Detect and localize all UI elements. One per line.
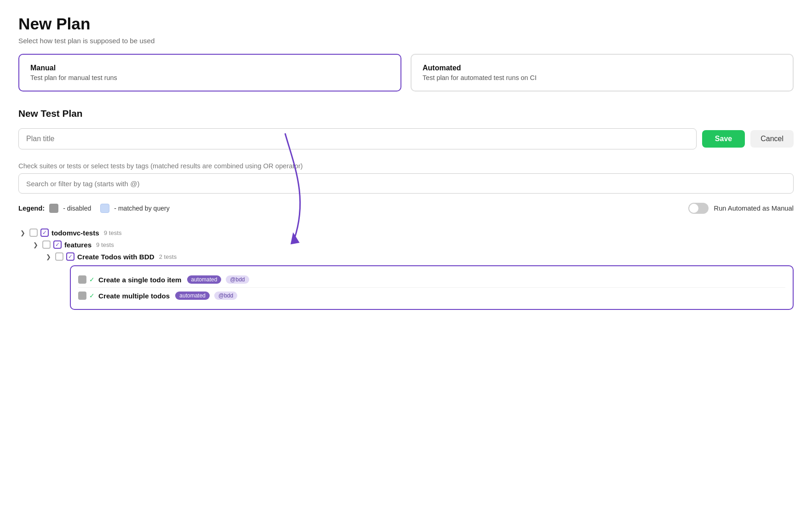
disabled-legend-box — [49, 204, 58, 213]
single-todo-label: Create a single todo item — [98, 276, 182, 284]
features-count: 9 tests — [96, 241, 114, 248]
highlighted-tests-box: ✓ Create a single todo item automated @b… — [70, 265, 794, 310]
checkbox-grey-single[interactable] — [78, 275, 86, 284]
bdd-count: 2 tests — [159, 253, 177, 260]
tag-bdd-multiple: @bdd — [214, 292, 237, 300]
filter-label-note: (matched results are combined using OR o… — [150, 162, 303, 170]
automated-card-title: Automated — [423, 64, 782, 72]
plan-title-input[interactable] — [18, 128, 697, 149]
plan-type-row: Manual Test plan for manual test runs Au… — [18, 54, 794, 91]
chevron-features[interactable]: ❯ — [31, 240, 40, 249]
check-icon-single: ✓ — [89, 276, 95, 283]
filter-input[interactable] — [18, 173, 794, 194]
checkbox-grey-multiple[interactable] — [78, 292, 86, 300]
tree-item-bdd: ❯ ✓ Create Todos with BDD 2 tests ✓ Crea… — [44, 251, 794, 310]
save-button[interactable]: Save — [702, 130, 745, 148]
todomvc-label: todomvc-tests — [51, 229, 99, 237]
run-automated-toggle[interactable] — [688, 203, 709, 214]
checkbox-bdd[interactable]: ✓ — [66, 252, 74, 261]
matched-legend-box — [100, 204, 109, 213]
toggle-label: Run Automated as Manual — [714, 205, 794, 212]
check-icon-multiple: ✓ — [89, 292, 95, 299]
section-title: New Test Plan — [18, 108, 794, 119]
legend-title: Legend: — [18, 205, 45, 212]
tree-item-todomvc: ❯ ✓ todomvc-tests 9 tests ❯ ✓ features 9… — [18, 227, 794, 310]
tag-automated-multiple: automated — [175, 292, 210, 300]
plan-type-automated[interactable]: Automated Test plan for automated test r… — [411, 54, 794, 91]
chevron-bdd[interactable]: ❯ — [44, 252, 52, 261]
plan-type-manual[interactable]: Manual Test plan for manual test runs — [18, 54, 401, 91]
disabled-legend-text: - disabled — [63, 205, 91, 212]
tree-row-bdd: ❯ ✓ Create Todos with BDD 2 tests — [44, 251, 794, 263]
manual-card-title: Manual — [30, 64, 389, 72]
page-subtitle: Select how test plan is supposed to be u… — [18, 37, 794, 45]
checkbox-todomvc[interactable]: ✓ — [40, 229, 49, 237]
page-title: New Plan — [18, 15, 794, 33]
bdd-label: Create Todos with BDD — [77, 253, 154, 261]
checkbox-features-outer[interactable] — [42, 240, 51, 249]
legend-row: Legend: - disabled - matched by query Ru… — [18, 203, 794, 214]
cancel-button[interactable]: Cancel — [750, 130, 794, 148]
automated-card-desc: Test plan for automated test runs on CI — [423, 74, 782, 81]
tree-row-features: ❯ ✓ features 9 tests — [31, 239, 794, 251]
checkbox-bdd-outer[interactable] — [55, 252, 63, 261]
chevron-todomvc[interactable]: ❯ — [18, 229, 27, 237]
checkbox-todomvc-outer[interactable] — [29, 229, 38, 237]
filter-label: Check suites or tests or select tests by… — [18, 162, 794, 170]
plan-title-row: Save Cancel — [18, 128, 794, 149]
todomvc-count: 9 tests — [104, 229, 122, 236]
checkbox-features[interactable]: ✓ — [53, 240, 62, 249]
test-row-multiple-todos: ✓ Create multiple todos automated @bdd — [78, 287, 785, 303]
matched-legend-text: - matched by query — [114, 205, 170, 212]
tree-row-todomvc: ❯ ✓ todomvc-tests 9 tests — [18, 227, 794, 239]
features-label: features — [64, 241, 91, 249]
tree-children-todomvc: ❯ ✓ features 9 tests ❯ ✓ Create Todos wi… — [31, 239, 794, 310]
multiple-todos-label: Create multiple todos — [98, 292, 170, 300]
tree-item-features: ❯ ✓ features 9 tests ❯ ✓ Create Todos wi… — [31, 239, 794, 310]
tag-bdd-single: @bdd — [226, 275, 249, 284]
legend-right: Run Automated as Manual — [688, 203, 794, 214]
tree-children-features: ❯ ✓ Create Todos with BDD 2 tests ✓ Crea… — [44, 251, 794, 310]
manual-card-desc: Test plan for manual test runs — [30, 74, 389, 81]
test-row-single-todo: ✓ Create a single todo item automated @b… — [78, 272, 785, 287]
tag-automated-single: automated — [187, 275, 222, 284]
